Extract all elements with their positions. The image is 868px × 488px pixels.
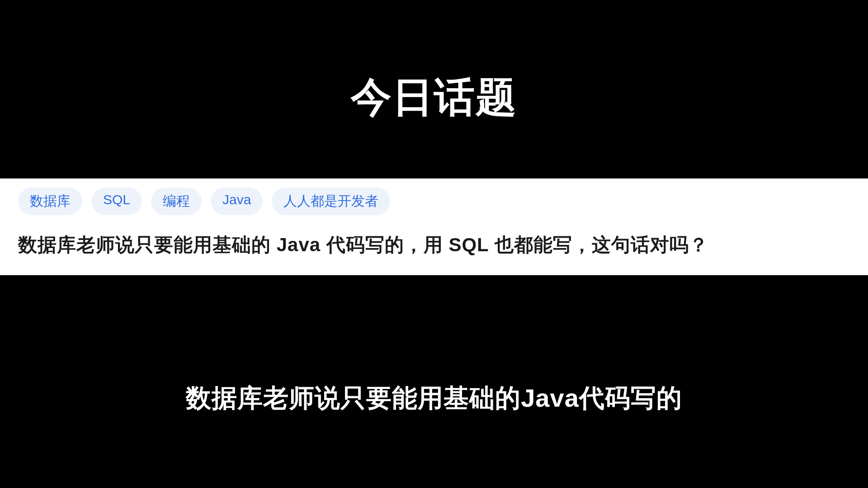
page-title: 今日话题: [0, 70, 868, 125]
content-area: 今日话题 数据库 SQL 编程 Java 人人都是开发者 数据库老师说只要能用基…: [0, 61, 868, 427]
letterbox-bottom: [0, 427, 868, 488]
tag-sql[interactable]: SQL: [91, 188, 142, 215]
question-text: 数据库老师说只要能用基础的 Java 代码写的，用 SQL 也都能写，这句话对吗…: [18, 229, 850, 261]
tag-database[interactable]: 数据库: [18, 188, 82, 215]
question-card: 数据库 SQL 编程 Java 人人都是开发者 数据库老师说只要能用基础的 Ja…: [0, 178, 868, 275]
subtitle-caption: 数据库老师说只要能用基础的Java代码写的: [0, 381, 868, 416]
letterbox-top: [0, 0, 868, 61]
tag-everyone-developer[interactable]: 人人都是开发者: [272, 188, 390, 215]
tag-java[interactable]: Java: [211, 188, 263, 215]
tag-programming[interactable]: 编程: [151, 188, 202, 215]
tags-row: 数据库 SQL 编程 Java 人人都是开发者: [18, 188, 850, 215]
